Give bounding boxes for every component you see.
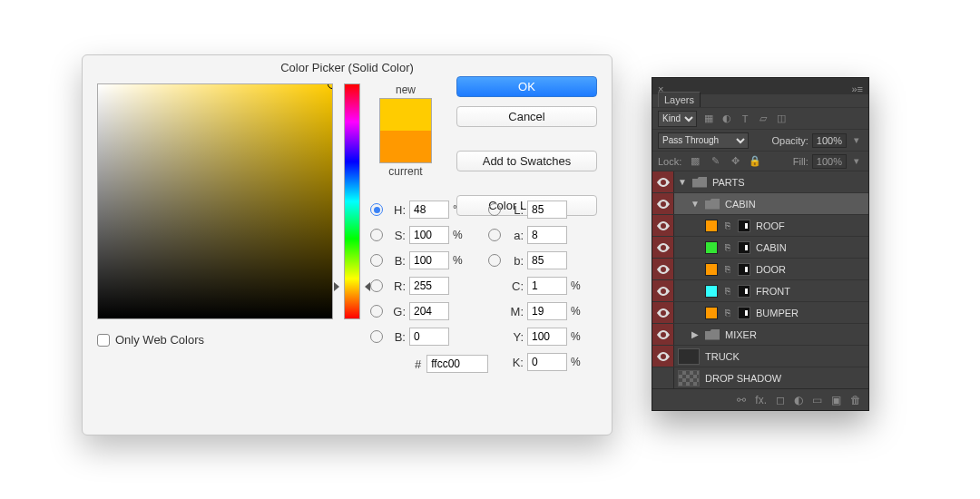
visibility-toggle[interactable] bbox=[652, 237, 674, 258]
visibility-toggle[interactable] bbox=[652, 215, 674, 236]
lock-trans-icon[interactable]: ▩ bbox=[689, 155, 701, 168]
r-input[interactable] bbox=[409, 277, 449, 295]
filter-smart-icon[interactable]: ◫ bbox=[775, 113, 788, 125]
bri-input[interactable] bbox=[409, 251, 449, 269]
fill-value[interactable]: 100% bbox=[812, 154, 847, 169]
cancel-button[interactable]: Cancel bbox=[456, 106, 597, 127]
layer-row[interactable]: DROP SHADOW bbox=[652, 367, 868, 388]
color-field[interactable] bbox=[97, 83, 333, 319]
layer-thumb[interactable] bbox=[678, 370, 700, 386]
vector-mask-thumb[interactable] bbox=[738, 220, 750, 232]
layer-name[interactable]: BUMPER bbox=[756, 308, 799, 318]
visibility-toggle[interactable] bbox=[652, 171, 674, 192]
bch-input[interactable] bbox=[409, 328, 449, 346]
a-input[interactable] bbox=[527, 226, 567, 244]
link-icon[interactable]: ⎘ bbox=[723, 220, 732, 230]
layer-name[interactable]: ROOF bbox=[756, 220, 785, 231]
vector-mask-thumb[interactable] bbox=[738, 263, 750, 276]
visibility-toggle[interactable] bbox=[652, 324, 674, 345]
layer-row[interactable]: ⎘ROOF bbox=[652, 214, 868, 236]
visibility-toggle[interactable] bbox=[652, 302, 674, 323]
disclosure-arrow[interactable]: ▼ bbox=[691, 199, 700, 209]
layer-name[interactable]: PARTS bbox=[712, 177, 745, 188]
link-layers-icon[interactable]: ⚯ bbox=[737, 394, 746, 406]
c-input[interactable] bbox=[527, 277, 567, 295]
bch-radio[interactable] bbox=[370, 330, 383, 343]
layer-name[interactable]: DROP SHADOW bbox=[705, 373, 781, 384]
group-icon[interactable]: ▭ bbox=[812, 394, 822, 406]
link-icon[interactable]: ⎘ bbox=[723, 308, 732, 318]
link-icon[interactable]: ⎘ bbox=[723, 286, 732, 296]
layer-row[interactable]: TRUCK bbox=[652, 345, 868, 367]
only-web-colors-checkbox[interactable] bbox=[97, 334, 110, 347]
fill-chevron-icon[interactable]: ▾ bbox=[850, 155, 863, 168]
vector-mask-thumb[interactable] bbox=[738, 285, 750, 298]
layers-tab[interactable]: Layers bbox=[658, 92, 701, 107]
b-input[interactable] bbox=[527, 251, 567, 269]
vector-mask-thumb[interactable] bbox=[738, 307, 750, 319]
m-input[interactable] bbox=[527, 302, 567, 320]
add-to-swatches-button[interactable]: Add to Swatches bbox=[456, 151, 597, 171]
visibility-toggle[interactable] bbox=[652, 280, 674, 301]
bri-radio[interactable] bbox=[370, 254, 383, 267]
lock-all-icon[interactable]: 🔒 bbox=[749, 155, 761, 168]
ok-button[interactable]: OK bbox=[456, 76, 597, 97]
trash-icon[interactable]: 🗑 bbox=[850, 394, 861, 406]
filter-adjust-icon[interactable]: ◐ bbox=[720, 113, 733, 125]
layer-row[interactable]: ▼CABIN bbox=[652, 192, 868, 214]
g-input[interactable] bbox=[409, 302, 449, 320]
k-input[interactable] bbox=[527, 353, 567, 371]
visibility-toggle[interactable] bbox=[652, 193, 674, 214]
current-color-swatch[interactable] bbox=[380, 131, 431, 162]
lock-pixels-icon[interactable]: ✎ bbox=[709, 155, 721, 168]
layer-row[interactable]: ⎘DOOR bbox=[652, 258, 868, 279]
layer-name[interactable]: CABIN bbox=[725, 199, 756, 210]
fx-icon[interactable]: fx. bbox=[755, 394, 767, 406]
hue-input[interactable] bbox=[409, 201, 449, 219]
layer-row[interactable]: ⎘CABIN bbox=[652, 236, 868, 258]
filter-shape-icon[interactable]: ▱ bbox=[757, 113, 769, 125]
mask-icon[interactable]: ◻ bbox=[776, 394, 785, 406]
color-field-cursor[interactable] bbox=[328, 83, 333, 89]
filter-kind-select[interactable]: Kind bbox=[658, 111, 697, 127]
disclosure-arrow[interactable]: ▼ bbox=[678, 177, 687, 187]
shape-color-swatch[interactable] bbox=[705, 241, 718, 254]
y-input[interactable] bbox=[527, 328, 567, 346]
layer-row[interactable]: ▶MIXER bbox=[652, 323, 868, 345]
adjustment-icon[interactable]: ◐ bbox=[794, 394, 803, 406]
b-radio[interactable] bbox=[488, 254, 501, 267]
hue-slider[interactable] bbox=[344, 83, 360, 319]
sat-radio[interactable] bbox=[370, 229, 383, 241]
layer-name[interactable]: FRONT bbox=[756, 286, 790, 297]
link-icon[interactable]: ⎘ bbox=[723, 242, 732, 252]
r-radio[interactable] bbox=[370, 279, 383, 292]
shape-color-swatch[interactable] bbox=[705, 220, 718, 232]
layer-thumb[interactable] bbox=[678, 348, 700, 365]
g-radio[interactable] bbox=[370, 305, 383, 318]
vector-mask-thumb[interactable] bbox=[738, 241, 750, 254]
disclosure-arrow[interactable]: ▶ bbox=[691, 329, 700, 339]
hex-input[interactable] bbox=[426, 355, 488, 373]
visibility-toggle[interactable] bbox=[652, 259, 674, 279]
filter-type-icon[interactable]: T bbox=[739, 113, 751, 125]
opacity-chevron-icon[interactable]: ▾ bbox=[850, 134, 863, 147]
sat-input[interactable] bbox=[409, 226, 449, 244]
layer-row[interactable]: ⎘FRONT bbox=[652, 279, 868, 301]
l-radio[interactable] bbox=[488, 203, 501, 216]
layer-row[interactable]: ▼PARTS bbox=[652, 171, 868, 192]
shape-color-swatch[interactable] bbox=[705, 285, 718, 298]
shape-color-swatch[interactable] bbox=[705, 307, 718, 319]
layer-name[interactable]: CABIN bbox=[756, 242, 787, 253]
panel-menu-icon[interactable]: »≡ bbox=[851, 83, 863, 94]
link-icon[interactable]: ⎘ bbox=[723, 264, 732, 274]
layer-name[interactable]: DOOR bbox=[756, 264, 786, 275]
layer-row[interactable]: ⎘BUMPER bbox=[652, 301, 868, 323]
shape-color-swatch[interactable] bbox=[705, 263, 718, 276]
opacity-value[interactable]: 100% bbox=[812, 133, 847, 148]
l-input[interactable] bbox=[527, 201, 567, 219]
visibility-toggle[interactable] bbox=[652, 346, 674, 367]
layer-name[interactable]: TRUCK bbox=[705, 351, 740, 362]
new-color-swatch[interactable] bbox=[380, 99, 431, 131]
a-radio[interactable] bbox=[488, 229, 501, 241]
new-layer-icon[interactable]: ▣ bbox=[831, 394, 841, 406]
